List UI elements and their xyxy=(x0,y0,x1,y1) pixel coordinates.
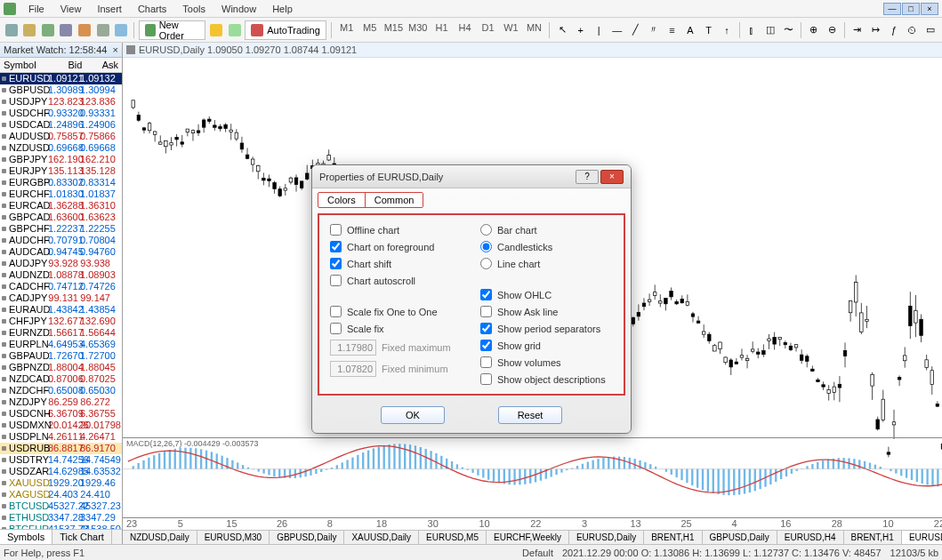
mw-row-cadjpy[interactable]: CADJPY99.13199.147 xyxy=(0,292,122,304)
dialog-help-button[interactable]: ? xyxy=(576,170,599,184)
dialog-ok-button[interactable]: OK xyxy=(381,406,445,424)
menu-view[interactable]: View xyxy=(53,2,89,16)
status-connection[interactable]: 12103/5 kb xyxy=(890,548,938,558)
tb-hline-icon[interactable]: — xyxy=(609,21,625,39)
chk-chart-autoscroll[interactable]: Chart autoscroll xyxy=(330,275,463,286)
chart-tab-2[interactable]: GBPUSD,Daily xyxy=(270,531,344,544)
chk-show-ask[interactable]: Show Ask line xyxy=(480,306,613,317)
tb-metaquotes-icon[interactable] xyxy=(208,21,224,39)
mw-row-ethusd[interactable]: ETHUSD3347.283347.29 xyxy=(0,512,122,524)
tb-templates-icon[interactable]: ▭ xyxy=(922,21,938,39)
chart-tab-0[interactable]: NZDUSD,Daily xyxy=(123,531,197,544)
chk-offline-chart[interactable]: Offline chart xyxy=(330,224,463,236)
tb-arrows-icon[interactable]: ↑ xyxy=(719,21,735,39)
chart-tab-9[interactable]: EURUSD,H4 xyxy=(777,531,844,544)
tb-zoomin-icon[interactable]: ⊕ xyxy=(806,21,822,39)
mw-row-gbpnzd[interactable]: GBPNZD1.880041.88045 xyxy=(0,362,122,373)
chk-scale-one-to-one[interactable]: Scale fix One to One xyxy=(330,306,463,317)
mw-row-xauusd[interactable]: XAUUSD1929.201929.46 xyxy=(0,477,122,489)
mw-row-eurjpy[interactable]: EURJPY135.113135.128 xyxy=(0,165,122,177)
mw-row-usdzar[interactable]: USDZAR14.6298514.63532 xyxy=(0,466,122,477)
chart-tab-3[interactable]: XAUUSD,Daily xyxy=(344,531,419,544)
tb-crosshair-icon[interactable]: + xyxy=(573,21,589,39)
chart-tab-6[interactable]: EURUSD,Daily xyxy=(569,531,644,544)
mw-row-gbpaud[interactable]: GBPAUD1.726701.72700 xyxy=(0,350,122,362)
tf-d1[interactable]: D1 xyxy=(477,22,498,38)
market-watch-rows[interactable]: EURUSD1.091211.09132GBPUSD1.309891.30994… xyxy=(0,73,122,529)
tb-shift-icon[interactable]: ↦ xyxy=(868,21,884,39)
rad-line-chart[interactable]: Line chart xyxy=(480,258,613,269)
tb-trendline-icon[interactable]: ╱ xyxy=(628,21,644,39)
mw-row-audnzd[interactable]: AUDNZD1.088781.08903 xyxy=(0,269,122,281)
tf-m5[interactable]: M5 xyxy=(359,22,381,38)
tb-text-icon[interactable]: A xyxy=(682,21,698,39)
mw-row-eurchf[interactable]: EURCHF1.018301.01837 xyxy=(0,188,122,200)
mw-row-euraud[interactable]: EURAUD1.438421.43854 xyxy=(0,304,122,316)
dialog-tab-common[interactable]: Common xyxy=(365,193,423,207)
menu-charts[interactable]: Charts xyxy=(131,2,173,16)
tb-barchart-icon[interactable]: ⫿ xyxy=(745,21,761,39)
mw-row-usdcnh[interactable]: USDCNH6.367096.36755 xyxy=(0,408,122,420)
tb-data-window-icon[interactable] xyxy=(59,21,75,39)
mw-row-audjpy[interactable]: AUDJPY93.92893.938 xyxy=(0,258,122,269)
tb-zoomout-icon[interactable]: ⊖ xyxy=(825,21,841,39)
tb-periods-icon[interactable]: ⏲ xyxy=(905,21,921,39)
mw-row-cadchf[interactable]: CADCHF0.747120.74726 xyxy=(0,281,122,292)
mw-tab-symbols[interactable]: Symbols xyxy=(0,530,52,544)
dialog-title-bar[interactable]: Properties of EURUSD,Daily ? × xyxy=(312,165,631,188)
tb-vline-icon[interactable]: | xyxy=(591,21,607,39)
mw-row-gbpchf[interactable]: GBPCHF1.222371.22255 xyxy=(0,223,122,235)
tf-m30[interactable]: M30 xyxy=(407,22,429,38)
chart-tab-8[interactable]: GBPUSD,Daily xyxy=(703,531,777,544)
tb-strategy-tester-icon[interactable] xyxy=(113,21,129,39)
chk-chart-shift[interactable]: Chart shift xyxy=(330,258,463,269)
mw-row-usdmxn[interactable]: USDMXN20.0142620.01798 xyxy=(0,420,122,431)
mw-row-audusd[interactable]: AUDUSD0.758570.75866 xyxy=(0,131,122,142)
tb-fibo-icon[interactable]: ≡ xyxy=(664,21,680,39)
chk-scale-fix[interactable]: Scale fix xyxy=(330,323,463,334)
autotrading-button[interactable]: AutoTrading xyxy=(245,20,326,40)
menu-help[interactable]: Help xyxy=(265,2,300,16)
tf-h4[interactable]: H4 xyxy=(454,22,475,38)
mw-row-nzdjpy[interactable]: NZDJPY86.25986.272 xyxy=(0,396,122,408)
tb-market-watch-icon[interactable] xyxy=(40,21,56,39)
mw-row-xagusd[interactable]: XAGUSD24.40324.410 xyxy=(0,489,122,500)
mw-tab-tick-chart[interactable]: Tick Chart xyxy=(52,530,112,544)
mw-row-eurpln[interactable]: EURPLN4.649534.65369 xyxy=(0,339,122,350)
menu-window[interactable]: Window xyxy=(214,2,263,16)
tf-m15[interactable]: M15 xyxy=(382,22,405,38)
tf-w1[interactable]: W1 xyxy=(500,22,521,38)
tf-mn[interactable]: MN xyxy=(523,22,544,38)
dialog-tab-colors[interactable]: Colors xyxy=(318,193,365,207)
menu-insert[interactable]: Insert xyxy=(90,2,129,16)
chk-show-obj-desc[interactable]: Show object descriptions xyxy=(480,373,613,385)
mw-row-usdchf[interactable]: USDCHF0.933200.93331 xyxy=(0,108,122,119)
tb-candles-icon[interactable]: ◫ xyxy=(762,21,778,39)
tb-expert-icon[interactable] xyxy=(227,21,243,39)
mw-row-eurnzd[interactable]: EURNZD1.566171.56644 xyxy=(0,327,122,339)
mw-row-audcad[interactable]: AUDCAD0.947450.94760 xyxy=(0,246,122,258)
tb-channel-icon[interactable]: 〃 xyxy=(646,21,662,39)
mw-header-symbol[interactable]: Symbol xyxy=(0,58,50,72)
mw-header-bid[interactable]: Bid xyxy=(50,58,86,72)
mw-row-usdcad[interactable]: USDCAD1.248961.24906 xyxy=(0,119,122,131)
tb-indicators-icon[interactable]: ƒ xyxy=(886,21,902,39)
menu-tools[interactable]: Tools xyxy=(175,2,213,16)
mw-header-ask[interactable]: Ask xyxy=(85,58,122,72)
dialog-close-button[interactable]: × xyxy=(600,170,624,184)
minimize-button[interactable]: — xyxy=(883,3,901,15)
mw-row-gbpjpy[interactable]: GBPJPY162.190162.210 xyxy=(0,154,122,165)
chart-tab-7[interactable]: BRENT,H1 xyxy=(644,531,702,544)
mw-row-nzdchf[interactable]: NZDCHF0.650080.65030 xyxy=(0,385,122,396)
mw-row-chfjpy[interactable]: CHFJPY132.677132.690 xyxy=(0,316,122,327)
mw-row-usdrub[interactable]: USDRUB86.881786.9170 xyxy=(0,443,122,454)
tf-h1[interactable]: H1 xyxy=(431,22,452,38)
tb-terminal-icon[interactable] xyxy=(95,21,111,39)
menu-file[interactable]: File xyxy=(21,2,52,16)
chart-tab-5[interactable]: EURCHF,Weekly xyxy=(487,531,569,544)
mw-row-eurcad[interactable]: EURCAD1.362881.36310 xyxy=(0,200,122,212)
mw-row-gbpcad[interactable]: GBPCAD1.636001.63623 xyxy=(0,212,122,223)
chart-tab-1[interactable]: EURUSD,M30 xyxy=(197,531,270,544)
mw-row-usdtry[interactable]: USDTRY14.7425614.74549 xyxy=(0,454,122,466)
tb-profiles-icon[interactable] xyxy=(22,21,38,39)
